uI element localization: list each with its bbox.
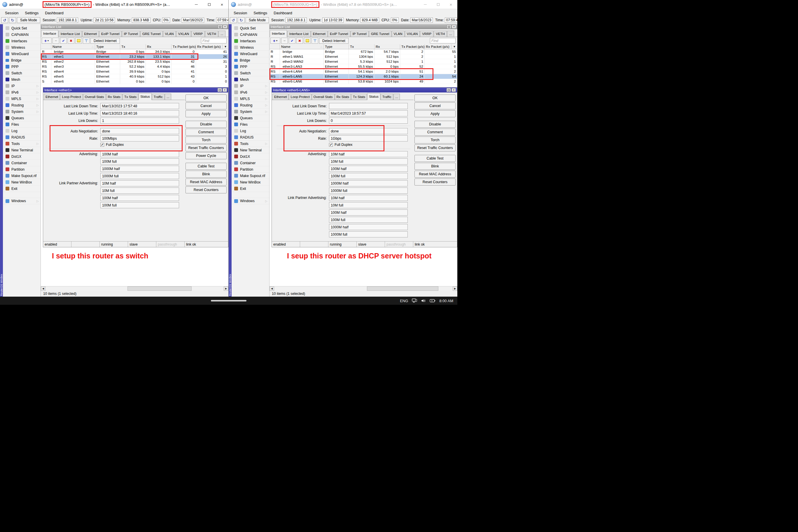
interface-list-tab[interactable]: EoIP Tunnel [99,31,121,37]
column-tx[interactable]: Tx [120,44,146,49]
scroll-right-button[interactable]: ▶ [453,286,457,291]
horizontal-scrollbar[interactable]: ◀ ▶ [269,286,457,291]
sidebar-item[interactable]: Partition ▷ [3,166,40,173]
undo-button[interactable]: ↺ [230,17,237,23]
table-row[interactable]: R ether1-WAN1 Ethernet 1304 bps 512 bps [269,54,457,59]
sidebar-item[interactable]: Switch ▷ [232,70,269,76]
dialog-button[interactable]: Reset MAC Address [415,171,456,178]
dialog-button[interactable]: Cancel [415,102,456,109]
scrollbar-track[interactable] [274,286,453,291]
sidebar-item[interactable]: MPLS ▷ [232,96,269,102]
sidebar-item[interactable]: Windows ▷ [3,198,40,204]
interface-list-tab[interactable]: GRE Tunnel [369,31,392,37]
sidebar-item[interactable]: Container ▷ [3,160,40,166]
sidebar-item[interactable]: CAPsMAN ▷ [232,32,269,38]
dialog-button[interactable]: Apply [186,110,227,117]
dialog-button[interactable]: OK [415,95,456,101]
remove-button[interactable]: − [53,38,59,44]
menu-item[interactable]: Settings [22,10,42,16]
dialog-button[interactable]: Cable Test [415,155,456,162]
sidebar-item[interactable]: Make Supout.rif ▷ [3,173,40,179]
dialog-tab[interactable]: Tx Stats [122,94,138,100]
dialog-tab[interactable]: Ethernet [272,94,288,100]
filter-button[interactable] [83,38,90,44]
close-button[interactable]: × [444,0,457,9]
sidebar-item[interactable]: Exit ▷ [3,186,40,192]
column-type[interactable]: Type [95,44,120,49]
column-name[interactable]: Name △ [280,44,324,49]
sidebar-item[interactable]: New Terminal ▷ [232,147,269,153]
dialog-button[interactable]: Blink [186,171,227,178]
scrollbar-thumb[interactable] [128,286,192,291]
interface-list-tab[interactable]: VETH [434,31,447,37]
dialog-button[interactable]: Cable Test [186,163,227,170]
sidebar-item[interactable]: Interfaces ▷ [232,38,269,44]
sidebar-item[interactable]: Log ▷ [3,128,40,134]
interface-list-tab[interactable]: Interface [41,30,58,37]
scroll-left-button[interactable]: ◀ [269,286,274,291]
enable-button[interactable]: ✔ [289,38,296,44]
sidebar-item[interactable]: Exit ▷ [232,186,269,192]
dialog-tab[interactable]: Loop Protect [289,94,311,100]
dialog-button[interactable]: Torch [415,136,456,144]
table-row[interactable]: RS ether4-LAN4 Ethernet 54.1 kbps 2.0 kb… [269,69,457,74]
dialog-tab[interactable]: Status [138,93,152,100]
column-flags[interactable] [41,44,51,49]
undo-button[interactable]: ↺ [1,17,8,23]
interface-list-tab[interactable]: ... [218,31,226,37]
sidebar-item[interactable]: Interfaces ▷ [3,38,40,44]
sidebar-item[interactable]: Dot1X ▷ [3,153,40,160]
dialog-button[interactable]: Power Cycle [186,152,227,159]
scroll-right-button[interactable]: ▶ [224,286,228,291]
scrollbar-track[interactable] [45,286,224,291]
dialog-button[interactable]: Reset Traffic Counters [186,145,227,151]
close-button[interactable]: × [215,0,228,9]
remove-button[interactable]: − [281,38,288,44]
sidebar-item[interactable]: New Terminal ▷ [3,147,40,153]
scroll-left-button[interactable]: ◀ [41,286,45,291]
sidebar-item[interactable]: WireGuard ▷ [232,51,269,57]
close-icon[interactable]: × [452,88,456,92]
sidebar-item[interactable]: PPP ▷ [3,63,40,70]
sidebar-item[interactable]: Files ▷ [3,121,40,128]
table-row[interactable]: RS ether2 Ethernet 262.8 kbps 23.5 kbps [41,59,228,64]
disable-button[interactable]: ✖ [68,38,74,44]
sidebar-item[interactable]: Wireless ▷ [3,44,40,51]
sidebar-item[interactable]: Switch ▷ [3,70,40,76]
column-type[interactable]: Type [324,44,349,49]
close-icon[interactable]: × [223,25,227,28]
sidebar-item[interactable]: RADIUS ▷ [232,134,269,140]
sidebar-item[interactable]: IPv6 ▷ [232,89,269,96]
full-duplex-checkbox[interactable]: ✓ [100,143,104,147]
maximize-button[interactable] [432,0,444,9]
dialog-tab[interactable]: ... [165,94,171,100]
interface-list-tab[interactable]: IP Tunnel [122,31,140,37]
restore-button[interactable] [447,25,451,28]
interface-list-tab[interactable]: VXLAN [176,31,191,37]
redo-button[interactable]: ↻ [9,17,16,23]
sidebar-item[interactable]: Partition ▷ [232,166,269,173]
close-icon[interactable]: × [452,25,456,28]
interface-list-tab[interactable]: Ethernet [82,31,99,37]
battery-icon[interactable] [430,299,435,302]
detect-internet-button[interactable]: Detect Internet [90,38,120,44]
find-input[interactable] [430,38,456,43]
table-row[interactable]: RS ether3-LAN3 Ethernet 55.5 kbps 0 bps [269,64,457,69]
table-row[interactable]: RS ether3 Ethernet 52.2 kbps 4.4 kbps [41,64,228,69]
maximize-button[interactable] [203,0,215,9]
sidebar-item[interactable]: IP ▷ [3,83,40,89]
table-row[interactable]: RS ether1 Ethernet 23.2 kbps 133.1 kbps [41,54,228,59]
column-select-button[interactable]: ▼ [223,44,228,49]
sidebar-item[interactable]: Quick Set ▷ [3,25,40,32]
menu-item[interactable]: Session [230,10,250,16]
dialog-button[interactable]: Torch [186,136,227,144]
language-indicator[interactable]: ENG [400,299,408,303]
session-value[interactable]: 192.168.8.1 [286,18,307,23]
add-button[interactable]: + ▼ [42,38,52,44]
sidebar-item[interactable]: Log ▷ [232,128,269,134]
column-rx[interactable]: Rx [146,44,171,49]
sidebar-item[interactable]: Files ▷ [232,121,269,128]
minimize-button[interactable] [419,0,432,9]
sidebar-item[interactable]: PPP ▷ [232,63,269,70]
sidebar-item[interactable]: Queues ▷ [3,115,40,121]
